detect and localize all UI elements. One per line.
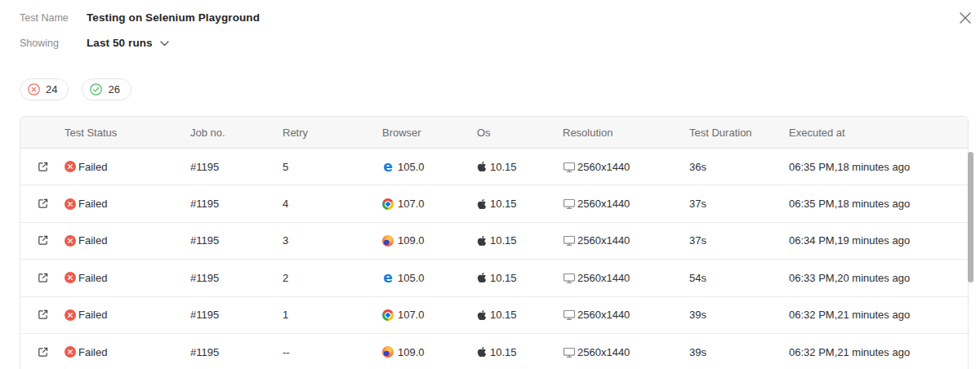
runs-filter-dropdown[interactable]: Last 50 runs xyxy=(87,37,169,49)
retry-count: 4 xyxy=(283,198,288,210)
open-test-button[interactable] xyxy=(35,233,51,248)
resolution-value: 2560x1440 xyxy=(577,272,630,284)
executed-at-value: 06:33 PM,20 minutes ago xyxy=(789,272,910,284)
executed-at-value: 06:32 PM,21 minutes ago xyxy=(789,309,910,321)
browser-version: 107.0 xyxy=(398,309,425,321)
external-link-icon xyxy=(37,272,49,284)
col-executed-at: Executed at xyxy=(789,127,968,139)
failed-status-icon xyxy=(65,198,76,210)
retry-count: 1 xyxy=(283,309,288,321)
apple-icon xyxy=(477,198,487,210)
job-number: #1195 xyxy=(190,198,219,210)
external-link-icon xyxy=(37,234,49,247)
status-text: Failed xyxy=(78,346,107,358)
retry-count: -- xyxy=(283,346,290,358)
resolution-value: 2560x1440 xyxy=(577,234,630,247)
monitor-icon xyxy=(563,272,576,284)
browser-version: 105.0 xyxy=(398,272,425,284)
apple-icon xyxy=(477,235,487,247)
open-test-button[interactable] xyxy=(35,270,51,286)
job-number: #1195 xyxy=(190,272,219,284)
executed-at-value: 06:35 PM,18 minutes ago xyxy=(789,198,910,210)
browser-version: 109.0 xyxy=(398,346,425,358)
failed-status-icon xyxy=(65,309,76,321)
os-version: 10.15 xyxy=(490,161,517,173)
executed-at-value: 06:34 PM,19 minutes ago xyxy=(789,234,910,247)
open-test-button[interactable] xyxy=(35,159,51,175)
duration-value: 39s xyxy=(689,346,706,358)
resolution-value: 2560x1440 xyxy=(577,161,630,173)
status-text: Failed xyxy=(78,161,107,173)
passed-circle-icon xyxy=(90,83,102,96)
col-os: Os xyxy=(477,127,563,139)
runs-filter-value: Last 50 runs xyxy=(87,37,153,49)
os-version: 10.15 xyxy=(490,309,517,321)
external-link-icon xyxy=(37,309,49,321)
failed-status-icon xyxy=(65,272,76,283)
retry-count: 5 xyxy=(283,161,288,173)
test-name-row: Test Name Testing on Selenium Playground xyxy=(20,11,260,24)
test-name-label: Test Name xyxy=(20,12,87,24)
duration-value: 39s xyxy=(689,309,706,321)
external-link-icon xyxy=(37,161,49,173)
scrollbar-thumb[interactable] xyxy=(968,152,973,282)
status-text: Failed xyxy=(78,309,107,321)
apple-icon xyxy=(477,272,487,283)
browser-version: 107.0 xyxy=(398,198,425,210)
apple-icon xyxy=(477,161,487,172)
job-number: #1195 xyxy=(190,234,219,247)
os-version: 10.15 xyxy=(490,234,517,247)
open-test-button[interactable] xyxy=(35,196,51,211)
job-number: #1195 xyxy=(190,309,219,321)
browser-version: 105.0 xyxy=(398,161,425,173)
firefox-icon xyxy=(382,346,394,358)
showing-row: Showing Last 50 runs xyxy=(20,37,169,49)
resolution-value: 2560x1440 xyxy=(577,346,630,358)
showing-label: Showing xyxy=(20,38,87,49)
status-text: Failed xyxy=(78,234,107,247)
os-version: 10.15 xyxy=(490,346,517,358)
test-name-value: Testing on Selenium Playground xyxy=(87,11,260,24)
failed-circle-icon xyxy=(28,83,40,96)
job-number: #1195 xyxy=(190,346,219,358)
close-icon xyxy=(960,12,971,24)
chrome-icon xyxy=(382,309,394,321)
edge-icon xyxy=(382,161,394,172)
external-link-icon xyxy=(37,198,49,210)
status-summary: 24 26 xyxy=(20,78,131,100)
open-test-button[interactable] xyxy=(35,307,51,322)
failed-status-icon xyxy=(65,235,76,247)
col-resolution: Resolution xyxy=(563,127,689,139)
table-row: Failed #1195 -- 109.0 10.15 2560x1440 39… xyxy=(20,334,968,369)
open-test-button[interactable] xyxy=(35,345,51,360)
col-job-no: Job no. xyxy=(190,127,283,139)
table-row: Failed #1195 1 107.0 10.15 2560x1440 39s… xyxy=(20,297,968,334)
close-button[interactable] xyxy=(958,11,973,25)
col-retry: Retry xyxy=(283,127,382,139)
os-version: 10.15 xyxy=(490,198,517,210)
duration-value: 37s xyxy=(689,234,706,247)
resolution-value: 2560x1440 xyxy=(577,309,630,321)
retry-count: 3 xyxy=(283,234,288,247)
table-row: Failed #1195 4 107.0 10.15 2560x1440 37s… xyxy=(20,185,968,222)
duration-value: 37s xyxy=(689,198,706,210)
passed-count: 26 xyxy=(108,83,119,96)
failed-filter-pill[interactable]: 24 xyxy=(20,78,69,100)
os-version: 10.15 xyxy=(490,272,517,284)
executed-at-value: 06:32 PM,21 minutes ago xyxy=(789,346,910,358)
table-row: Failed #1195 2 105.0 10.15 2560x1440 54s… xyxy=(20,260,968,296)
duration-value: 54s xyxy=(689,272,706,284)
duration-value: 36s xyxy=(689,161,706,173)
monitor-icon xyxy=(563,161,576,173)
failed-status-icon xyxy=(65,161,76,172)
runs-table: Test Status Job no. Retry Browser Os Res… xyxy=(20,116,969,369)
executed-at-value: 06:35 PM,18 minutes ago xyxy=(789,161,910,173)
browser-version: 109.0 xyxy=(398,234,425,247)
failed-status-icon xyxy=(65,346,76,358)
retry-count: 2 xyxy=(283,272,288,284)
passed-filter-pill[interactable]: 26 xyxy=(82,78,131,100)
test-runs-modal: Test Name Testing on Selenium Playground… xyxy=(0,0,980,369)
apple-icon xyxy=(477,309,487,321)
edge-icon xyxy=(382,272,394,283)
monitor-icon xyxy=(563,309,576,321)
